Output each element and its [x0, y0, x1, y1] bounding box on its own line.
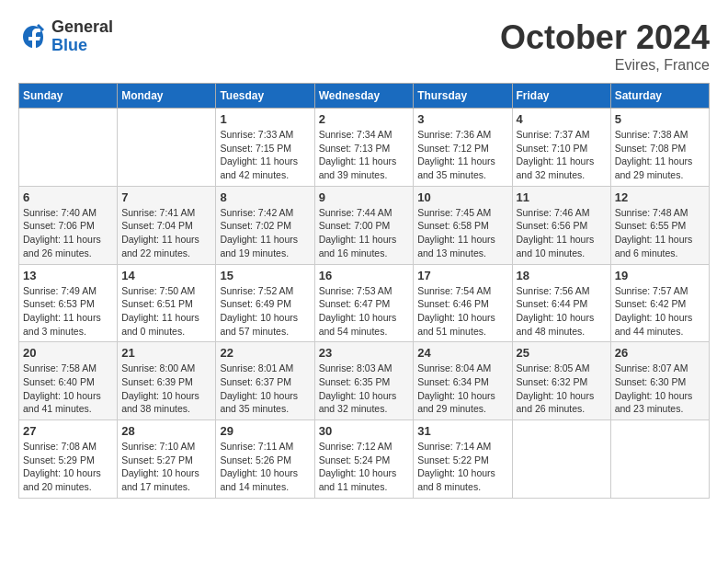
- day-info: Sunrise: 8:07 AM Sunset: 6:30 PM Dayligh…: [615, 362, 705, 416]
- day-cell: 8Sunrise: 7:42 AM Sunset: 7:02 PM Daylig…: [216, 186, 314, 264]
- day-cell: 22Sunrise: 8:01 AM Sunset: 6:37 PM Dayli…: [216, 342, 314, 420]
- day-info: Sunrise: 7:40 AM Sunset: 7:06 PM Dayligh…: [23, 206, 113, 260]
- day-info: Sunrise: 7:52 AM Sunset: 6:49 PM Dayligh…: [220, 284, 310, 339]
- day-number: 5: [615, 112, 705, 126]
- day-cell: 18Sunrise: 7:56 AM Sunset: 6:44 PM Dayli…: [512, 264, 610, 342]
- day-cell: 2Sunrise: 7:34 AM Sunset: 7:13 PM Daylig…: [314, 109, 414, 187]
- day-cell: 21Sunrise: 8:00 AM Sunset: 6:39 PM Dayli…: [118, 342, 216, 420]
- day-cell: [118, 109, 216, 187]
- day-cell: 30Sunrise: 7:12 AM Sunset: 5:24 PM Dayli…: [314, 420, 414, 499]
- day-cell: 14Sunrise: 7:50 AM Sunset: 6:51 PM Dayli…: [118, 264, 216, 342]
- day-info: Sunrise: 7:11 AM Sunset: 5:26 PM Dayligh…: [220, 440, 310, 494]
- day-number: 3: [417, 112, 507, 126]
- day-info: Sunrise: 7:57 AM Sunset: 6:42 PM Dayligh…: [615, 284, 705, 339]
- day-number: 2: [319, 112, 410, 126]
- day-cell: 6Sunrise: 7:40 AM Sunset: 7:06 PM Daylig…: [19, 186, 118, 264]
- week-row-2: 6Sunrise: 7:40 AM Sunset: 7:06 PM Daylig…: [19, 186, 710, 264]
- day-info: Sunrise: 7:10 AM Sunset: 5:27 PM Dayligh…: [121, 440, 211, 494]
- day-number: 24: [417, 346, 507, 360]
- logo-icon: [18, 22, 48, 52]
- logo-general: General: [51, 18, 113, 37]
- weekday-header-wednesday: Wednesday: [314, 84, 414, 109]
- day-info: Sunrise: 7:45 AM Sunset: 6:58 PM Dayligh…: [417, 206, 507, 260]
- day-info: Sunrise: 7:12 AM Sunset: 5:24 PM Dayligh…: [319, 440, 410, 494]
- logo: General Blue: [18, 18, 113, 55]
- day-info: Sunrise: 7:36 AM Sunset: 7:12 PM Dayligh…: [417, 128, 507, 182]
- page-header: General Blue October 2024 Evires, France: [18, 18, 710, 74]
- day-info: Sunrise: 7:38 AM Sunset: 7:08 PM Dayligh…: [615, 128, 705, 182]
- day-info: Sunrise: 7:54 AM Sunset: 6:46 PM Dayligh…: [417, 284, 507, 339]
- day-number: 11: [517, 190, 607, 204]
- day-number: 19: [615, 269, 705, 282]
- day-info: Sunrise: 7:41 AM Sunset: 7:04 PM Dayligh…: [121, 206, 211, 260]
- day-cell: 28Sunrise: 7:10 AM Sunset: 5:27 PM Dayli…: [118, 420, 216, 499]
- day-info: Sunrise: 8:04 AM Sunset: 6:34 PM Dayligh…: [417, 362, 507, 416]
- day-cell: 16Sunrise: 7:53 AM Sunset: 6:47 PM Dayli…: [314, 264, 414, 342]
- day-cell: 26Sunrise: 8:07 AM Sunset: 6:30 PM Dayli…: [610, 342, 709, 420]
- day-cell: 3Sunrise: 7:36 AM Sunset: 7:12 PM Daylig…: [414, 109, 512, 187]
- day-info: Sunrise: 7:50 AM Sunset: 6:51 PM Dayligh…: [121, 284, 211, 339]
- day-info: Sunrise: 7:33 AM Sunset: 7:15 PM Dayligh…: [220, 128, 310, 182]
- month-title: October 2024: [500, 18, 710, 57]
- day-cell: 19Sunrise: 7:57 AM Sunset: 6:42 PM Dayli…: [610, 264, 709, 342]
- day-number: 29: [220, 424, 310, 438]
- week-row-1: 1Sunrise: 7:33 AM Sunset: 7:15 PM Daylig…: [19, 109, 710, 187]
- day-info: Sunrise: 7:58 AM Sunset: 6:40 PM Dayligh…: [23, 362, 113, 416]
- day-number: 12: [615, 190, 705, 204]
- location: Evires, France: [500, 57, 710, 74]
- day-number: 1: [220, 112, 310, 126]
- logo-blue: Blue: [51, 37, 113, 55]
- day-cell: 27Sunrise: 7:08 AM Sunset: 5:29 PM Dayli…: [19, 420, 118, 499]
- day-number: 4: [517, 112, 607, 126]
- week-row-3: 13Sunrise: 7:49 AM Sunset: 6:53 PM Dayli…: [19, 264, 710, 342]
- day-number: 30: [319, 424, 410, 438]
- day-cell: 7Sunrise: 7:41 AM Sunset: 7:04 PM Daylig…: [118, 186, 216, 264]
- day-number: 27: [23, 424, 113, 438]
- weekday-header-monday: Monday: [118, 84, 216, 109]
- day-info: Sunrise: 7:46 AM Sunset: 6:56 PM Dayligh…: [517, 206, 607, 260]
- weekday-header-saturday: Saturday: [610, 84, 709, 109]
- weekday-header-tuesday: Tuesday: [216, 84, 314, 109]
- day-number: 22: [220, 346, 310, 360]
- day-info: Sunrise: 7:56 AM Sunset: 6:44 PM Dayligh…: [517, 284, 607, 339]
- weekday-header-row: SundayMondayTuesdayWednesdayThursdayFrid…: [19, 84, 710, 109]
- day-info: Sunrise: 8:00 AM Sunset: 6:39 PM Dayligh…: [121, 362, 211, 416]
- day-number: 18: [517, 269, 607, 282]
- day-cell: 15Sunrise: 7:52 AM Sunset: 6:49 PM Dayli…: [216, 264, 314, 342]
- day-cell: 20Sunrise: 7:58 AM Sunset: 6:40 PM Dayli…: [19, 342, 118, 420]
- day-number: 9: [319, 190, 410, 204]
- day-cell: 9Sunrise: 7:44 AM Sunset: 7:00 PM Daylig…: [314, 186, 414, 264]
- day-info: Sunrise: 7:34 AM Sunset: 7:13 PM Dayligh…: [319, 128, 410, 182]
- day-cell: [512, 420, 610, 499]
- day-number: 23: [319, 346, 410, 360]
- day-info: Sunrise: 8:01 AM Sunset: 6:37 PM Dayligh…: [220, 362, 310, 416]
- week-row-4: 20Sunrise: 7:58 AM Sunset: 6:40 PM Dayli…: [19, 342, 710, 420]
- day-number: 13: [23, 269, 113, 282]
- day-info: Sunrise: 7:37 AM Sunset: 7:10 PM Dayligh…: [517, 128, 607, 182]
- day-cell: 17Sunrise: 7:54 AM Sunset: 6:46 PM Dayli…: [414, 264, 512, 342]
- day-cell: [610, 420, 709, 499]
- week-row-5: 27Sunrise: 7:08 AM Sunset: 5:29 PM Dayli…: [19, 420, 710, 499]
- title-block: October 2024 Evires, France: [500, 18, 710, 74]
- day-number: 25: [517, 346, 607, 360]
- day-cell: 5Sunrise: 7:38 AM Sunset: 7:08 PM Daylig…: [610, 109, 709, 187]
- day-number: 28: [121, 424, 211, 438]
- day-number: 17: [417, 269, 507, 282]
- day-cell: 23Sunrise: 8:03 AM Sunset: 6:35 PM Dayli…: [314, 342, 414, 420]
- day-info: Sunrise: 8:05 AM Sunset: 6:32 PM Dayligh…: [517, 362, 607, 416]
- day-number: 14: [121, 269, 211, 282]
- day-number: 8: [220, 190, 310, 204]
- calendar-table: SundayMondayTuesdayWednesdayThursdayFrid…: [18, 83, 710, 499]
- logo-text: General Blue: [51, 18, 113, 55]
- day-number: 26: [615, 346, 705, 360]
- day-cell: 31Sunrise: 7:14 AM Sunset: 5:22 PM Dayli…: [414, 420, 512, 499]
- day-info: Sunrise: 7:49 AM Sunset: 6:53 PM Dayligh…: [23, 284, 113, 339]
- day-info: Sunrise: 7:53 AM Sunset: 6:47 PM Dayligh…: [319, 284, 410, 339]
- day-info: Sunrise: 8:03 AM Sunset: 6:35 PM Dayligh…: [319, 362, 410, 416]
- weekday-header-friday: Friday: [512, 84, 610, 109]
- day-info: Sunrise: 7:42 AM Sunset: 7:02 PM Dayligh…: [220, 206, 310, 260]
- day-number: 21: [121, 346, 211, 360]
- day-cell: [19, 109, 118, 187]
- day-number: 10: [417, 190, 507, 204]
- day-cell: 13Sunrise: 7:49 AM Sunset: 6:53 PM Dayli…: [19, 264, 118, 342]
